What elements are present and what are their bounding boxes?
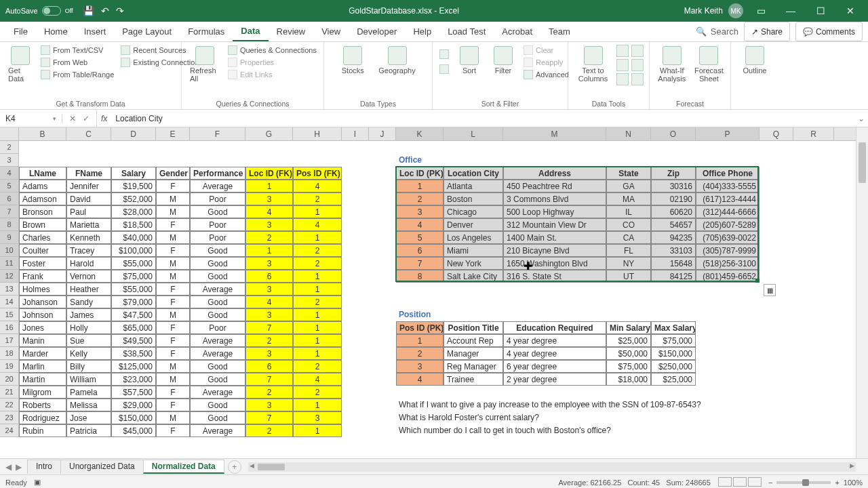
chevron-down-icon[interactable]: ▾ [53,115,56,122]
cell-G7[interactable]: 4 [245,205,293,218]
what-if-button[interactable]: What-If Analysis [655,45,689,84]
stocks-button[interactable]: Stocks [338,45,368,76]
cell-M6[interactable]: 3 Commons Blvd [503,192,606,205]
macro-record-icon[interactable]: ▣ [34,478,41,487]
cell-C5[interactable]: Jennifer [66,180,111,192]
cell-N7[interactable]: IL [606,205,651,218]
row-header-5[interactable]: 5 [0,180,18,192]
cell-O6[interactable]: 02190 [651,192,696,205]
cell-K23[interactable]: What is Harold Foster's current salary? [396,411,834,424]
tab-load-test[interactable]: Load Test [439,22,494,41]
cell-C12[interactable]: Vernon [66,270,111,283]
username[interactable]: Mark Keith [684,6,723,16]
tab-insert[interactable]: Insert [76,22,115,41]
cell-E10[interactable]: F [156,244,190,257]
ribbon-display-icon[interactable]: ▭ [749,5,773,16]
cell-B21[interactable]: Milgrom [19,386,66,399]
cell-K12[interactable]: 8 [396,270,443,283]
outline-button[interactable]: Outline [740,45,770,76]
row-header-18[interactable]: 18 [0,347,18,360]
cell-F24[interactable]: Average [190,424,245,437]
cell-M20[interactable]: 2 year degree [503,373,606,386]
close-icon[interactable]: ✕ [838,5,863,16]
name-box[interactable]: K4▾ [0,114,62,123]
cell-H5[interactable]: 4 [293,180,342,192]
page-break-view-icon[interactable] [748,477,762,487]
cell-D21[interactable]: $57,500 [111,386,156,399]
cell-P9[interactable]: (705)639-0022 [696,231,760,244]
view-buttons[interactable] [717,477,762,488]
cell-K18[interactable]: 2 [396,347,443,360]
cell-H22[interactable]: 1 [293,399,342,411]
cell-C21[interactable]: Pamela [66,386,111,399]
minimize-icon[interactable]: — [778,5,803,16]
cell-D14[interactable]: $79,000 [111,296,156,308]
cell-F14[interactable]: Good [190,296,245,308]
cancel-formula-icon[interactable]: ✕ [69,114,76,123]
cell-D10[interactable]: $100,000 [111,244,156,257]
cell-B16[interactable]: Jones [19,321,66,334]
cell-D16[interactable]: $65,000 [111,321,156,334]
row-header-23[interactable]: 23 [0,411,18,424]
cell-O12[interactable]: 84125 [651,270,696,283]
cell-L5[interactable]: Atlanta [443,180,503,192]
cell-B4[interactable]: LName [19,167,66,180]
cell-N18[interactable]: $50,000 [606,347,651,360]
row-header-12[interactable]: 12 [0,270,18,283]
cell-K20[interactable]: 4 [396,373,443,386]
page-layout-view-icon[interactable] [733,477,747,487]
from-table-range[interactable]: From Table/Range [39,69,115,80]
column-header-R[interactable]: R [793,127,834,140]
cell-F18[interactable]: Average [190,347,245,360]
cell-G9[interactable]: 2 [245,231,293,244]
cell-K17[interactable]: 1 [396,334,443,347]
tab-file[interactable]: File [5,22,36,41]
cell-L17[interactable]: Account Rep [443,334,503,347]
cell-H9[interactable]: 1 [293,231,342,244]
cell-D6[interactable]: $52,000 [111,192,156,205]
cell-D9[interactable]: $40,000 [111,231,156,244]
cell-O18[interactable]: $150,000 [651,347,696,360]
maximize-icon[interactable]: ☐ [808,5,833,16]
cell-B5[interactable]: Adams [19,180,66,192]
autosave-toggle[interactable] [42,6,61,16]
cell-H23[interactable]: 3 [293,411,342,424]
cell-E5[interactable]: F [156,180,190,192]
cell-B8[interactable]: Brown [19,218,66,231]
cell-G4[interactable]: Loc ID (FK) [245,167,293,180]
cell-E19[interactable]: M [156,360,190,373]
tab-page-layout[interactable]: Page Layout [114,22,180,41]
cell-O16[interactable]: Max Salary [651,321,696,334]
text-to-columns[interactable]: Text to Columns [574,45,612,84]
cell-N5[interactable]: GA [606,180,651,192]
remove-dup-icon[interactable] [616,59,629,71]
forecast-sheet-button[interactable]: Forecast Sheet [693,45,725,84]
refresh-all-button[interactable]: Refresh All [187,45,222,84]
cell-N9[interactable]: CA [606,231,651,244]
cell-M11[interactable]: 1650 Washington Blvd [503,257,606,270]
zoom-level[interactable]: 100% [844,479,863,487]
row-header-22[interactable]: 22 [0,399,18,411]
cell-P4[interactable]: Office Phone [696,167,760,180]
cell-G11[interactable]: 3 [245,257,293,270]
cell-H6[interactable]: 2 [293,192,342,205]
cell-D24[interactable]: $45,000 [111,424,156,437]
cell-N11[interactable]: NY [606,257,651,270]
cell-O17[interactable]: $75,000 [651,334,696,347]
ribbon-search[interactable]: 🔍Search [696,22,738,41]
cell-O7[interactable]: 60620 [651,205,696,218]
cell-B18[interactable]: Marder [19,347,66,360]
zoom-in-icon[interactable]: + [835,479,839,487]
cell-L10[interactable]: Miami [443,244,503,257]
select-all-corner[interactable] [0,127,19,140]
cell-M9[interactable]: 1400 Main St. [503,231,606,244]
tab-help[interactable]: Help [405,22,439,41]
cell-L16[interactable]: Position Title [443,321,503,334]
cell-E8[interactable]: F [156,218,190,231]
cell-F16[interactable]: Poor [190,321,245,334]
cell-B17[interactable]: Manin [19,334,66,347]
data-validation-icon[interactable] [616,73,629,85]
cell-D5[interactable]: $19,500 [111,180,156,192]
cell-D11[interactable]: $55,000 [111,257,156,270]
cell-L11[interactable]: New York [443,257,503,270]
